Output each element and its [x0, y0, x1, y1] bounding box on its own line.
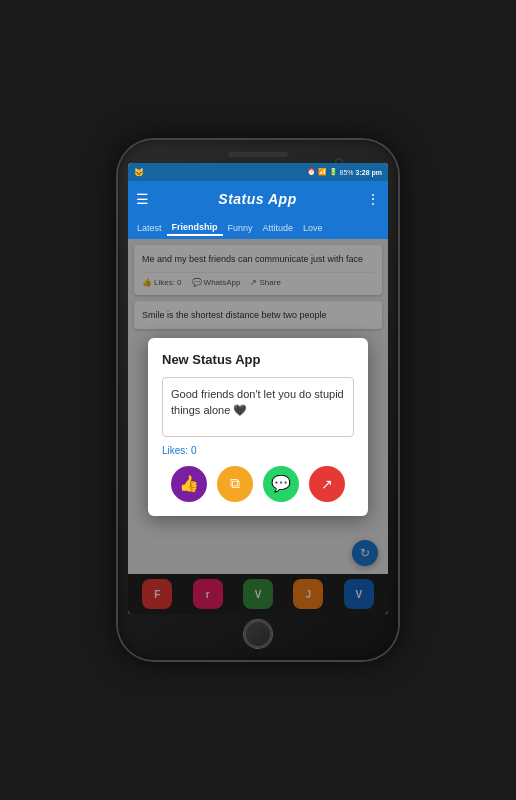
battery-level: 85%	[340, 169, 354, 176]
home-button[interactable]	[244, 620, 272, 648]
hamburger-icon[interactable]: ☰	[136, 191, 149, 207]
more-options-icon[interactable]: ⋮	[366, 191, 380, 207]
phone-bottom	[244, 620, 272, 648]
thumbs-up-icon: 👍	[179, 474, 199, 493]
modal-content-box: Good friends don't let you do stupid thi…	[162, 377, 354, 437]
phone-screen: 🐱 ⏰ 📶 🔋 85% 3:28 pm ☰ Status App ⋮ Lates…	[128, 163, 388, 614]
modal-content-text: Good friends don't let you do stupid thi…	[171, 386, 345, 419]
modal-like-button[interactable]: 👍	[171, 466, 207, 502]
whatsapp-icon: 💬	[271, 474, 291, 493]
phone-frame: 🐱 ⏰ 📶 🔋 85% 3:28 pm ☰ Status App ⋮ Lates…	[118, 140, 398, 660]
category-tabs: Latest Friendship Funny Attitude Love	[128, 217, 388, 239]
modal-whatsapp-button[interactable]: 💬	[263, 466, 299, 502]
signal-icon: 📶	[318, 168, 327, 176]
status-bar-right: ⏰ 📶 🔋 85% 3:28 pm	[307, 168, 382, 176]
modal-dialog: New Status App Good friends don't let yo…	[148, 338, 368, 516]
alarm-icon: ⏰	[307, 168, 316, 176]
modal-likes: Likes: 0	[162, 445, 354, 456]
tab-funny[interactable]: Funny	[223, 221, 258, 235]
modal-copy-button[interactable]: ⧉	[217, 466, 253, 502]
app-bar: ☰ Status App ⋮	[128, 181, 388, 217]
tab-friendship[interactable]: Friendship	[167, 220, 223, 236]
tab-love[interactable]: Love	[298, 221, 328, 235]
copy-icon: ⧉	[230, 475, 240, 492]
status-bar: 🐱 ⏰ 📶 🔋 85% 3:28 pm	[128, 163, 388, 181]
content-area: Me and my best friends can communicate j…	[128, 239, 388, 614]
tab-latest[interactable]: Latest	[132, 221, 167, 235]
status-time: 3:28 pm	[356, 169, 382, 176]
modal-title: New Status App	[162, 352, 354, 367]
modal-share-button[interactable]: ↗	[309, 466, 345, 502]
cat-icon: 🐱	[134, 168, 144, 177]
tab-attitude[interactable]: Attitude	[258, 221, 299, 235]
modal-actions: 👍 ⧉ 💬 ↗	[162, 466, 354, 502]
status-bar-left: 🐱	[134, 168, 144, 177]
modal-overlay[interactable]: New Status App Good friends don't let yo…	[128, 239, 388, 614]
share-icon: ↗	[321, 476, 333, 492]
phone-speaker	[228, 152, 288, 157]
battery-icon: 🔋	[329, 168, 338, 176]
app-title: Status App	[218, 191, 296, 207]
